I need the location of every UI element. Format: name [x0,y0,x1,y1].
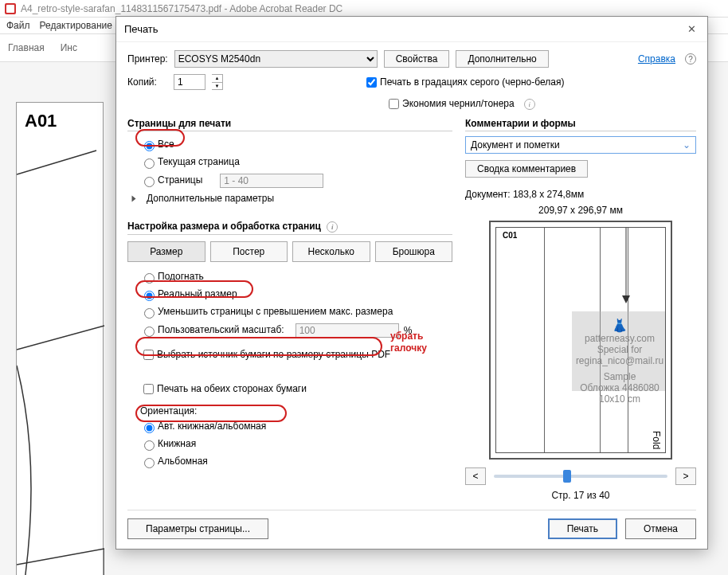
pages-section-title: Страницы для печати [127,118,452,131]
close-button[interactable]: ✕ [684,23,699,35]
watermark: 👗 patterneasy.com Special for regina_nic… [572,311,666,391]
comments-section-title: Комментарии и формы [465,118,696,131]
page-setup-button[interactable]: Параметры страницы... [127,518,268,539]
radio-all[interactable]: Все [140,139,174,151]
pdf-icon [5,3,16,14]
app-titlebar: A4_retro-style-sarafan_1148311567175473.… [0,0,728,18]
comments-combo[interactable]: Документ и пометки ⌄ [465,136,696,154]
pages-range-input[interactable] [220,174,323,188]
grayscale-check[interactable]: Печать в градациях серого (черно-белая) [363,75,564,90]
fold-label: Fold [651,431,662,449]
custom-scale-input[interactable] [296,323,399,338]
page-slider[interactable] [494,475,667,478]
radio-custom[interactable]: Пользовательский масштаб: [140,324,284,337]
tab-size[interactable]: Размер [127,241,205,262]
radio-orient-auto[interactable]: Авт. книжная/альбомная [140,420,266,433]
dialog-title: Печать [124,23,159,35]
copies-spinner[interactable]: ▲▼ [212,74,223,90]
ink-save-check[interactable]: Экономия чернил/тонера [386,96,515,111]
help-icon[interactable]: ? [685,53,696,65]
annotation-text: убрать галочку [390,330,452,354]
check-paper-source[interactable]: Выбрать источник бумаги по размеру стран… [140,349,390,360]
preview-page-label: C01 [503,231,517,240]
print-button[interactable]: Печать [548,518,617,539]
print-preview: C01 👗 patterneasy.com Special for regina… [489,221,672,460]
cancel-button[interactable]: Отмена [625,518,696,539]
pattern-lines [17,143,104,575]
tab-multiple[interactable]: Несколько [292,241,370,262]
document-page: A01 [16,102,104,575]
more-options[interactable]: Дополнительные параметры [147,193,274,204]
orientation-title: Ориентация: [127,399,452,418]
copies-label: Копий: [127,76,167,88]
check-both-sides[interactable]: Печать на обеих сторонах бумаги [140,383,307,394]
properties-button[interactable]: Свойства [384,50,450,68]
menu-edit[interactable]: Редактирование [40,20,112,31]
prev-page-button[interactable]: < [465,467,486,485]
advanced-button[interactable]: Дополнительно [456,50,548,68]
radio-actual[interactable]: Реальный размер [140,288,237,301]
radio-fit[interactable]: Подогнать [140,271,204,284]
sizing-section-title: Настройка размера и обработка страниц [127,221,321,232]
printer-select[interactable]: ECOSYS M2540dn [174,50,378,68]
page-counter: Стр. 17 из 40 [465,490,696,501]
printer-label: Принтер: [127,53,168,65]
dialog-titlebar: Печать ✕ [116,17,707,42]
radio-shrink[interactable]: Уменьшить страницы с превышением макс. р… [140,306,393,319]
next-page-button[interactable]: > [675,467,696,485]
paper-size-label: 209,97 x 296,97 мм [465,205,696,216]
window-title: A4_retro-style-sarafan_1148311567175473.… [21,3,342,14]
copies-input[interactable] [174,74,205,90]
tab-poster[interactable]: Постер [210,241,288,262]
menu-file[interactable]: Файл [6,20,30,31]
info-icon[interactable]: i [524,99,535,110]
doc-size-label: Документ: 183,8 x 274,8мм [465,189,696,200]
radio-pages[interactable]: Страницы [140,174,202,187]
radio-current[interactable]: Текущая страница [140,156,240,169]
tab-tools[interactable]: Инс [61,42,77,53]
tab-home[interactable]: Главная [8,42,45,53]
radio-orient-landscape[interactable]: Альбомная [140,456,208,468]
radio-orient-portrait[interactable]: Книжная [140,438,196,451]
tab-booklet[interactable]: Брошюра [375,241,453,262]
page-label: A01 [25,111,95,131]
chevron-down-icon: ⌄ [683,139,691,151]
summary-button[interactable]: Сводка комментариев [465,160,588,178]
info-icon[interactable]: i [327,221,338,233]
print-dialog: Печать ✕ Принтер: ECOSYS M2540dn Свойств… [115,16,708,550]
expand-icon[interactable] [132,195,136,201]
help-link[interactable]: Справка [638,53,675,65]
